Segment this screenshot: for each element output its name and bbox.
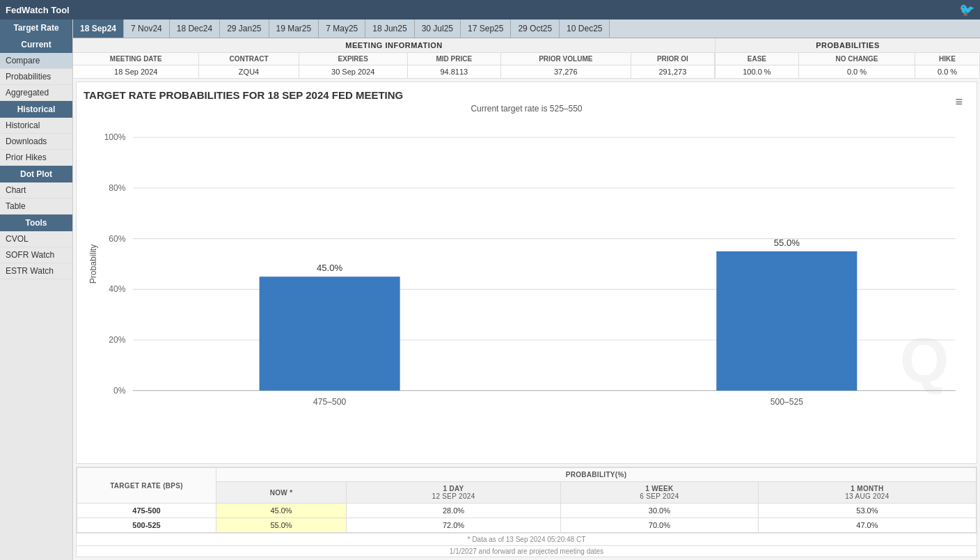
svg-text:55.0%: 55.0% [774,238,800,248]
day1-475-500: 28.0% [347,504,561,518]
prior-oi-value: 291,273 [631,65,714,79]
col-prior-volume: PRIOR VOLUME [500,53,631,65]
target-rate-header: TARGET RATE (BPS) [77,468,216,504]
month1-475-500: 53.0% [758,504,976,518]
sidebar-item-historical[interactable]: Historical [0,118,72,134]
svg-text:60%: 60% [109,234,125,244]
sub-header-now: NOW * [216,482,347,504]
bar-475-500 [260,277,400,391]
meeting-info-panel: MEETING INFORMATION MEETING DATE CONTRAC… [73,38,716,78]
tab-7may25[interactable]: 7 May25 [319,20,365,38]
sidebar-item-compare[interactable]: Compare [0,53,72,69]
probabilities-row: 100.0 % 0.0 % 0.0 % [716,65,980,79]
sub-header-1week: 1 WEEK6 SEP 2024 [560,482,758,504]
sidebar-tools-header[interactable]: Tools [0,215,72,231]
bottom-table-section: TARGET RATE (BPS) PROBABILITY(%) NOW * 1… [76,467,977,557]
tab-10dec25[interactable]: 10 Dec25 [560,20,610,38]
svg-text:500–525: 500–525 [770,397,803,407]
probabilities-panel: PROBABILITIES EASE NO CHANGE HIKE 100.0 … [716,38,980,78]
col-contract: CONTRACT [199,53,299,65]
footer-note2: 1/1/2027 and forward are projected meeti… [77,545,977,557]
svg-text:Probability: Probability [88,244,98,283]
week1-475-500: 30.0% [560,504,758,518]
rate-475-500: 475-500 [77,504,216,518]
sidebar-target-rate-button[interactable]: Target Rate [0,20,72,36]
topbar: FedWatch Tool 🐦 [0,0,980,20]
col-meeting-date: MEETING DATE [73,53,199,65]
tab-29oct25[interactable]: 29 Oct25 [511,20,560,38]
sidebar-item-probabilities[interactable]: Probabilities [0,69,72,85]
chart-subtitle: Current target rate is 525–550 [84,104,970,114]
month1-500-525: 47.0% [758,518,976,533]
sidebar-item-aggregated[interactable]: Aggregated [0,85,72,101]
sidebar-dot-plot-header[interactable]: Dot Plot [0,166,72,182]
tabs-bar: 18 Sep24 7 Nov24 18 Dec24 29 Jan25 19 Ma… [73,20,980,38]
sidebar-current-header[interactable]: Current [0,36,72,53]
svg-text:45.0%: 45.0% [317,263,343,273]
meeting-section: MEETING INFORMATION MEETING DATE CONTRAC… [73,38,980,79]
svg-text:100%: 100% [104,132,126,142]
mid-price-value: 94.8113 [407,65,500,79]
tab-29jan25[interactable]: 29 Jan25 [220,20,269,38]
main-content: 18 Sep24 7 Nov24 18 Dec24 29 Jan25 19 Ma… [73,20,980,560]
tab-30jul25[interactable]: 30 Jul25 [415,20,461,38]
ease-value: 100.0 % [716,65,798,79]
no-change-value: 0.0 % [798,65,915,79]
meeting-info-header: MEETING INFORMATION [73,38,715,53]
sidebar-item-table[interactable]: Table [0,199,72,215]
table-row: 475-500 45.0% 28.0% 30.0% 53.0% [77,504,977,518]
now-475-500: 45.0% [216,504,347,518]
probabilities-table: EASE NO CHANGE HIKE 100.0 % 0.0 % 0.0 % [716,53,980,78]
chart-area: TARGET RATE PROBABILITIES FOR 18 SEP 202… [76,81,977,464]
meeting-info-row: 18 Sep 2024 ZQU4 30 Sep 2024 94.8113 37,… [73,65,715,79]
svg-text:80%: 80% [109,183,125,193]
bar-chart-svg: 100% 80% 60% 40% 20% [84,118,970,410]
probability-header: PROBABILITY(%) [216,468,977,482]
col-no-change: NO CHANGE [798,53,915,65]
sidebar-historical-header[interactable]: Historical [0,101,72,118]
week1-500-525: 70.0% [560,518,758,533]
footer-note: * Data as of 13 Sep 2024 05:20:48 CT [77,533,977,545]
col-prior-oi: PRIOR OI [631,53,714,65]
sidebar-item-downloads[interactable]: Downloads [0,134,72,150]
tab-17sep25[interactable]: 17 Sep25 [461,20,511,38]
col-ease: EASE [716,53,798,65]
tab-19mar25[interactable]: 19 Mar25 [269,20,319,38]
contract-value: ZQU4 [199,65,299,79]
sub-header-1day: 1 DAY12 SEP 2024 [347,482,561,504]
expires-value: 30 Sep 2024 [299,65,407,79]
prior-volume-value: 37,276 [500,65,631,79]
day1-500-525: 72.0% [347,518,561,533]
tab-7nov24[interactable]: 7 Nov24 [124,20,170,38]
tab-18dec24[interactable]: 18 Dec24 [170,20,220,38]
sidebar-item-chart[interactable]: Chart [0,182,72,199]
app-title: FedWatch Tool [6,5,70,15]
hike-value: 0.0 % [915,65,980,79]
chart-menu-icon[interactable]: ≡ [955,95,963,109]
probability-table: TARGET RATE (BPS) PROBABILITY(%) NOW * 1… [77,467,977,533]
meeting-date-value: 18 Sep 2024 [73,65,199,79]
table-row: 500-525 55.0% 72.0% 70.0% 47.0% [77,518,977,533]
bar-500-525 [716,251,857,391]
now-500-525: 55.0% [216,518,347,533]
meeting-info-table: MEETING DATE CONTRACT EXPIRES MID PRICE … [73,53,715,78]
tab-18sep24[interactable]: 18 Sep24 [73,20,124,38]
sidebar: Target Rate Current Compare Probabilitie… [0,20,73,560]
col-expires: EXPIRES [299,53,407,65]
sub-header-1month: 1 MONTH13 AUG 2024 [758,482,976,504]
sidebar-item-sofr-watch[interactable]: SOFR Watch [0,247,72,263]
tab-18jun25[interactable]: 18 Jun25 [365,20,414,38]
col-mid-price: MID PRICE [407,53,500,65]
chart-title: TARGET RATE PROBABILITIES FOR 18 SEP 202… [84,89,970,101]
sidebar-item-prior-hikes[interactable]: Prior Hikes [0,150,72,166]
sidebar-item-estr-watch[interactable]: ESTR Watch [0,263,72,279]
col-hike: HIKE [915,53,980,65]
svg-text:40%: 40% [109,284,125,294]
rate-500-525: 500-525 [77,518,216,533]
svg-text:475–500: 475–500 [313,397,346,407]
twitter-icon: 🐦 [959,2,974,17]
svg-text:20%: 20% [109,335,125,345]
probabilities-header: PROBABILITIES [716,38,980,53]
sidebar-item-cvol[interactable]: CVOL [0,231,72,247]
svg-text:0%: 0% [113,386,126,396]
